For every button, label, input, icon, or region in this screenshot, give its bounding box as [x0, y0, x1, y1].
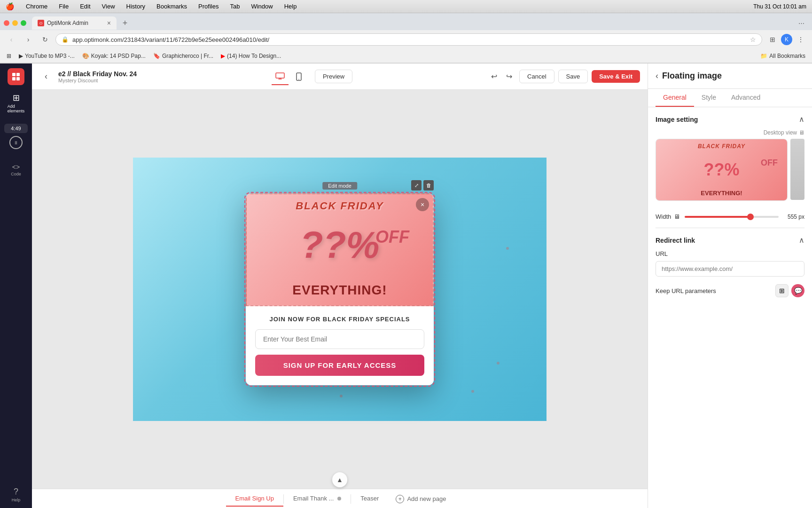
image-preview-row: BLACK FRIDAY ??% OFF EVERYTHING!	[656, 139, 804, 206]
help-label: Help	[12, 498, 21, 502]
popup-trash-btn[interactable]: 🗑	[423, 180, 434, 190]
svg-point-6	[298, 79, 299, 79]
collapse-image-btn[interactable]: ∧	[799, 115, 804, 124]
bookmark-graphicheroco[interactable]: 🔖 Graphicheroco | Fr...	[151, 52, 215, 60]
bookmarks-menu[interactable]: Bookmarks	[155, 2, 189, 11]
timer-pause-btn[interactable]: ⏸	[9, 136, 23, 149]
tab-email-signup[interactable]: Email Sign Up	[226, 491, 283, 507]
popup-position-wrapper: Edit mode ⤢ 🗑 BLACK FRIDAY	[246, 193, 434, 385]
image-side-previews	[790, 139, 804, 206]
popup-modal: BLACK FRIDAY ??% OFF EVERYTHING! ×	[246, 193, 434, 385]
back-nav-btn[interactable]: ‹	[5, 33, 18, 46]
help-menu[interactable]: Help	[282, 2, 299, 11]
width-slider-thumb[interactable]	[747, 214, 754, 220]
bookmark-koyak[interactable]: 🎨 Koyak: 14 PSD Pap...	[80, 52, 148, 60]
tab-dot	[337, 497, 341, 500]
toolbar-center: Preview	[142, 68, 482, 85]
popup-signup-btn[interactable]: SIGN UP FOR EARLY ACCESS	[255, 355, 424, 376]
browser-tab[interactable]: O OptiMonk Admin ×	[32, 16, 117, 30]
tab-email-thank[interactable]: Email Thank ...	[284, 491, 351, 507]
refresh-btn[interactable]: ↻	[39, 33, 52, 46]
koyak-bookmark-icon: 🎨	[82, 53, 89, 59]
preview-everything: EVERYTHING!	[701, 190, 742, 197]
mobile-view-btn[interactable]	[290, 68, 307, 85]
sidebar-item-code[interactable]: <> Code	[7, 160, 25, 179]
tab-menu[interactable]: Tab	[228, 2, 242, 11]
all-bookmarks-section: 📁 All Bookmarks	[758, 52, 807, 60]
width-slider[interactable]	[685, 216, 779, 218]
back-btn[interactable]: ‹	[39, 70, 53, 83]
redirect-header[interactable]: Redirect link ∧	[656, 236, 804, 245]
width-slider-wrapper[interactable]	[685, 216, 779, 218]
close-window-btn[interactable]	[4, 20, 9, 26]
save-btn[interactable]: Save	[558, 70, 588, 83]
bookmark-how-to-design[interactable]: ▶ (14) How To Design...	[219, 52, 283, 60]
width-label: Width 🖥	[656, 213, 680, 220]
image-setting-header[interactable]: Image setting ∧	[656, 115, 804, 124]
popup-image-section[interactable]: BLACK FRIDAY ??% OFF EVERYTHING! ×	[246, 193, 434, 306]
tab-teaser[interactable]: Teaser	[351, 491, 388, 507]
undo-btn[interactable]: ↩	[487, 70, 500, 83]
width-slider-track	[685, 216, 750, 218]
profiles-menu[interactable]: Profiles	[196, 2, 220, 11]
apple-menu[interactable]: 🍎	[6, 2, 15, 11]
youtube-bookmark-icon: ▶	[19, 53, 23, 59]
tab-close-btn[interactable]: ×	[107, 19, 111, 27]
bookmark-star-icon[interactable]: ☆	[750, 36, 756, 43]
history-menu[interactable]: History	[125, 2, 147, 11]
chevron-up-icon: ▲	[336, 476, 343, 484]
add-elements-icon: ⊞	[13, 93, 20, 103]
desktop-view-btn[interactable]	[272, 68, 289, 85]
fullscreen-window-btn[interactable]	[21, 20, 26, 26]
tab-advanced[interactable]: Advanced	[724, 89, 768, 107]
browser-menu-btn[interactable]: ⋮	[794, 33, 807, 46]
panel-back-btn[interactable]: ‹	[656, 71, 658, 81]
sidebar-help-btn[interactable]: ? Help	[7, 485, 25, 504]
chrome-menu[interactable]: Chrome	[24, 2, 49, 11]
width-label-text: Width	[656, 213, 671, 220]
bookmark-youtube[interactable]: ▶ YouTube to MP3 -...	[17, 52, 77, 60]
grid-view-btn[interactable]: ⊞	[775, 284, 789, 297]
sidebar-item-elements[interactable]: ⊞ Addelements	[7, 94, 25, 112]
all-bookmarks-btn[interactable]: 📁 All Bookmarks	[758, 52, 807, 60]
collapse-redirect-btn[interactable]: ∧	[799, 236, 804, 245]
width-control-section: Width 🖥 555 px	[656, 213, 804, 220]
new-tab-btn[interactable]: +	[118, 16, 132, 30]
popup-resize-btn[interactable]: ⤢	[411, 180, 422, 190]
timer-display: 4:49	[4, 124, 28, 133]
mac-menubar: 🍎 Chrome File Edit View History Bookmark…	[0, 0, 812, 13]
cancel-btn[interactable]: Cancel	[519, 70, 554, 83]
bookmark-apps-btn[interactable]: ⊞	[5, 52, 13, 60]
panel-header: ‹ Floating image	[648, 64, 812, 89]
file-menu[interactable]: File	[57, 2, 70, 11]
edit-menu[interactable]: Edit	[78, 2, 92, 11]
image-preview-main[interactable]: BLACK FRIDAY ??% OFF EVERYTHING!	[656, 139, 788, 201]
preview-btn[interactable]: Preview	[315, 70, 352, 83]
redirect-section: Redirect link ∧ URL Keep URL parameters …	[656, 228, 804, 297]
view-menu[interactable]: View	[100, 2, 117, 11]
extensions-btn[interactable]: ⊞	[766, 33, 779, 46]
chat-panel-btn[interactable]: 💬	[791, 284, 804, 297]
tab-style[interactable]: Style	[694, 89, 724, 107]
add-icon: +	[396, 495, 404, 503]
address-bar[interactable]: 🔒 app.optimonk.com/231843/variant/11/672…	[55, 33, 762, 46]
window-menu[interactable]: Window	[249, 2, 274, 11]
profile-btn[interactable]: K	[781, 34, 792, 45]
scroll-up-btn[interactable]: ▲	[332, 472, 347, 487]
forward-nav-btn[interactable]: ›	[22, 33, 35, 46]
side-preview-1[interactable]	[790, 139, 804, 200]
off-text: OFF	[375, 227, 409, 247]
popup-email-input[interactable]	[255, 329, 424, 349]
add-page-btn[interactable]: + Add new page	[388, 491, 453, 507]
email-thank-label: Email Thank ...	[293, 495, 334, 502]
popup-content: JOIN NOW FOR BLACK FRIDAY SPECIALS SIGN …	[246, 306, 434, 385]
popup-everything-text: EVERYTHING!	[292, 283, 387, 298]
tab-manage-btn[interactable]: ⋯	[795, 20, 808, 27]
redo-btn[interactable]: ↪	[502, 70, 515, 83]
tab-general[interactable]: General	[656, 89, 694, 107]
save-exit-btn[interactable]: Save & Exit	[592, 70, 640, 83]
help-icon: ?	[14, 487, 18, 497]
minimize-window-btn[interactable]	[12, 20, 18, 26]
popup-close-btn[interactable]: ×	[416, 198, 429, 211]
url-input[interactable]	[656, 261, 804, 277]
